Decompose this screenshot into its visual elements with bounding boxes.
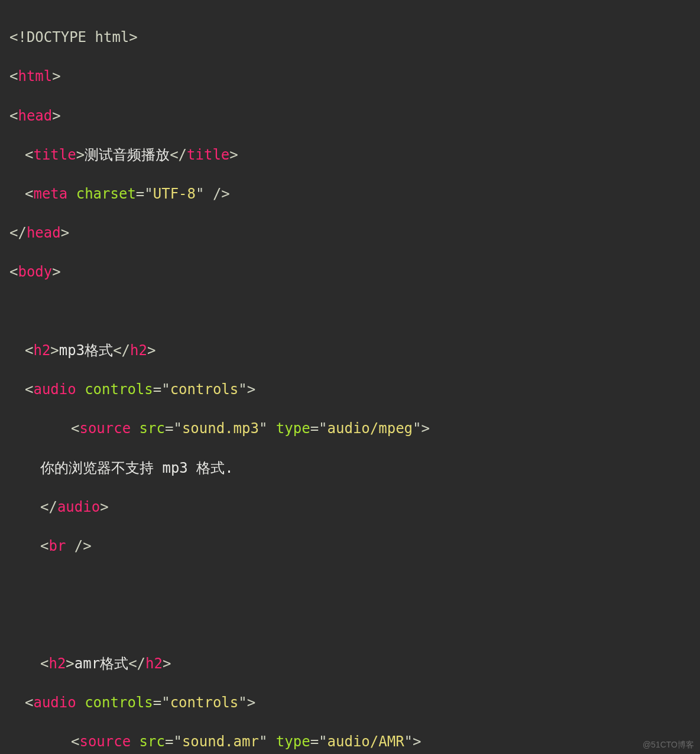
code-line: <h2>mp3格式</h2> bbox=[9, 341, 691, 360]
title-text: 测试音频播放 bbox=[85, 147, 170, 163]
tag-title-close: title bbox=[187, 147, 229, 163]
tag-h2-close: h2 bbox=[145, 655, 163, 672]
type-value: audio/AMR bbox=[328, 733, 404, 750]
code-line bbox=[9, 576, 691, 595]
tag-head: head bbox=[18, 108, 52, 124]
code-line: <source src="sound.amr" type="audio/AMR"… bbox=[9, 732, 691, 752]
h2-text: mp3格式 bbox=[59, 342, 113, 359]
charset-value: UTF-8 bbox=[153, 186, 196, 202]
attr-charset: charset bbox=[76, 186, 136, 202]
code-line: <head> bbox=[9, 106, 691, 126]
h2-text: amr格式 bbox=[74, 655, 128, 672]
tag-audio-close: audio bbox=[57, 499, 100, 515]
attr-type: type bbox=[276, 733, 310, 750]
attr-src: src bbox=[140, 420, 165, 437]
code-line: 你的浏览器不支持 mp3 格式. bbox=[9, 459, 691, 478]
tag-br: br bbox=[48, 538, 66, 554]
attr-controls: controls bbox=[85, 381, 153, 398]
attr-src: src bbox=[140, 733, 165, 750]
controls-value: controls bbox=[170, 381, 239, 398]
code-line: <source src="sound.mp3" type="audio/mpeg… bbox=[9, 419, 691, 438]
type-value: audio/mpeg bbox=[328, 420, 413, 437]
watermark-text: @51CTO博客 bbox=[643, 739, 694, 750]
code-line: <html> bbox=[9, 67, 691, 86]
tag-source: source bbox=[79, 733, 131, 750]
tag-meta: meta bbox=[33, 186, 67, 202]
attr-type: type bbox=[276, 420, 310, 437]
code-line: <h2>amr格式</h2> bbox=[9, 654, 691, 674]
tag-h2: h2 bbox=[33, 342, 50, 359]
attr-controls: controls bbox=[85, 694, 153, 711]
code-line: <meta charset="UTF-8" /> bbox=[9, 184, 691, 204]
code-block: <!DOCTYPE html> <html> <head> <title>测试音… bbox=[0, 0, 700, 754]
code-line: <audio controls="controls"> bbox=[9, 380, 691, 399]
code-line: <body> bbox=[9, 262, 691, 282]
doctype-text: DOCTYPE html bbox=[27, 29, 129, 46]
tag-head-close: head bbox=[27, 225, 61, 241]
tag-h2: h2 bbox=[48, 655, 66, 672]
code-line: <title>测试音频播放</title> bbox=[9, 145, 691, 165]
code-line: </head> bbox=[9, 223, 691, 243]
fallback-text: 你的浏览器不支持 mp3 格式. bbox=[40, 460, 234, 476]
controls-value: controls bbox=[170, 694, 239, 711]
tag-html: html bbox=[18, 68, 52, 84]
code-line: <br /> bbox=[9, 537, 691, 556]
tag-body: body bbox=[18, 264, 52, 280]
src-value: sound.mp3 bbox=[182, 420, 259, 437]
src-value: sound.amr bbox=[182, 733, 259, 750]
tag-audio: audio bbox=[33, 694, 76, 711]
tag-audio: audio bbox=[33, 381, 76, 398]
tag-h2-close: h2 bbox=[130, 342, 147, 359]
code-line: <audio controls="controls"> bbox=[9, 693, 691, 713]
code-line: </audio> bbox=[9, 498, 691, 517]
code-line bbox=[9, 302, 691, 321]
code-line: <!DOCTYPE html> bbox=[9, 28, 691, 47]
tag-title: title bbox=[33, 147, 76, 163]
tag-source: source bbox=[79, 420, 131, 437]
code-line bbox=[9, 615, 691, 634]
